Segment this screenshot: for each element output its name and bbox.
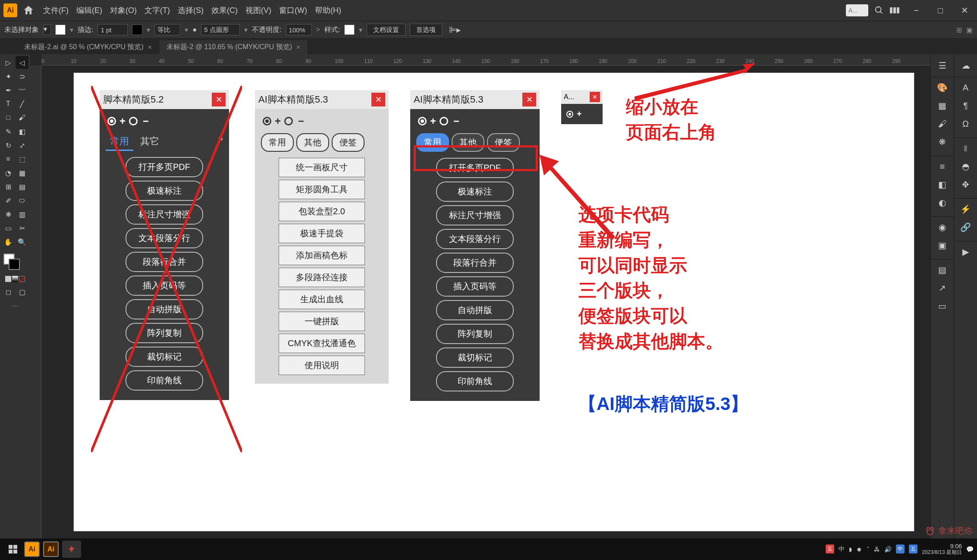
background-swatch[interactable] <box>9 259 20 270</box>
btn-text-split[interactable]: 文本段落分行 <box>436 229 514 249</box>
libraries-icon[interactable]: ☁ <box>958 58 974 73</box>
btn-page-number[interactable]: 插入页码等 <box>436 276 514 297</box>
menu-window[interactable]: 窗口(W) <box>279 5 307 16</box>
menu-object[interactable]: 对象(O) <box>110 5 137 16</box>
artboards-icon[interactable]: ▭ <box>935 298 950 314</box>
btn-array-copy[interactable]: 阵列复制 <box>436 324 514 344</box>
pen-tool[interactable]: ✒ <box>2 84 15 97</box>
btn-dim-enhance[interactable]: 标注尺寸增强 <box>436 205 514 225</box>
btn-array-copy[interactable]: 阵列复制 <box>126 323 203 343</box>
align-icon[interactable]: ⫴ <box>958 141 974 156</box>
btn-page-number[interactable]: 插入页码等 <box>126 275 203 296</box>
radio-primary[interactable] <box>107 117 116 125</box>
style-swatch[interactable] <box>344 25 355 35</box>
btn-cmyk-pantone[interactable]: CMYK查找潘通色 <box>279 334 365 353</box>
tray-ime-icon[interactable]: 五 <box>909 544 917 554</box>
scale-tool[interactable]: ⤢ <box>16 139 28 152</box>
menu-type[interactable]: 文字(T) <box>145 5 170 16</box>
tab-notes[interactable]: 便签 <box>332 133 364 152</box>
tray-network-icon[interactable]: 🖧 <box>874 546 880 553</box>
notification-icon[interactable]: 💬 <box>966 546 974 553</box>
ime-indicator-2[interactable]: 中 <box>839 545 845 553</box>
rectangle-tool[interactable]: □ <box>2 111 15 124</box>
edit-toolbar-icon[interactable]: ⋯ <box>0 302 30 310</box>
btn-unify-artboard[interactable]: 统一画板尺寸 <box>279 158 365 177</box>
mesh-tool[interactable]: ⊞ <box>2 180 15 193</box>
maximize-button[interactable]: □ <box>931 4 949 16</box>
hand-tool[interactable]: ✋ <box>2 235 15 248</box>
appearance-icon[interactable]: ◉ <box>935 219 950 235</box>
rotate-tool[interactable]: ↻ <box>2 139 15 152</box>
btn-para-merge[interactable]: 段落行合并 <box>436 253 514 273</box>
menu-effect[interactable]: 效果(C) <box>211 5 238 16</box>
asset-export-icon[interactable]: ↗ <box>935 280 950 296</box>
tab-close-icon[interactable]: × <box>296 44 300 51</box>
artboard-tool[interactable]: ▭ <box>2 222 15 235</box>
ime-indicator-1[interactable]: 五 <box>826 544 834 554</box>
btn-bag[interactable]: 极速手提袋 <box>279 224 365 243</box>
transform-icon[interactable]: ✥ <box>958 177 974 192</box>
btn-crop-marks[interactable]: 裁切标记 <box>436 347 514 368</box>
arrange-icon[interactable] <box>890 6 901 15</box>
taskbar-ai-1[interactable]: Ai <box>24 541 40 557</box>
btn-fast-label[interactable]: 极速标注 <box>126 181 203 201</box>
panel-53l-close[interactable]: ✕ <box>371 93 385 106</box>
color-mode-solid[interactable] <box>5 276 11 282</box>
tab-common[interactable]: 常用 <box>261 133 294 152</box>
start-button[interactable] <box>3 541 22 558</box>
screen-mode-normal[interactable]: ◻ <box>2 285 15 298</box>
home-icon[interactable] <box>22 4 35 16</box>
width-tool[interactable]: ≡ <box>2 153 15 166</box>
minimize-button[interactable]: − <box>907 4 925 16</box>
menu-help[interactable]: 帮助(H) <box>315 5 341 16</box>
pathfinder-icon[interactable]: ◓ <box>958 159 974 174</box>
blend-tool[interactable]: ⬭ <box>16 194 28 207</box>
menu-edit[interactable]: 编辑(E) <box>76 5 102 16</box>
doc-setup-button[interactable]: 文档设置 <box>367 24 405 36</box>
actions-icon[interactable]: ⚡ <box>958 201 974 217</box>
play-icon[interactable]: ▶ <box>958 244 974 260</box>
document-tab-2[interactable]: 未标题-2 @ 110.65 % (CMYK/CPU 预览) × <box>160 40 307 54</box>
radio-primary[interactable] <box>418 117 427 125</box>
gradient-tool[interactable]: ▤ <box>16 180 28 193</box>
menu-select[interactable]: 选择(S) <box>178 5 204 16</box>
slice-tool[interactable]: ✂ <box>16 222 28 235</box>
color-icon[interactable]: 🎨 <box>935 80 950 95</box>
selection-tool[interactable]: ▷ <box>2 56 15 69</box>
color-mode-gradient[interactable] <box>12 276 18 282</box>
align-icon[interactable]: ⊫▸ <box>449 25 461 35</box>
btn-corner-lines[interactable]: 印前角线 <box>436 371 514 391</box>
tab-common[interactable]: 常用 <box>106 133 133 151</box>
brush-tool[interactable]: 🖌 <box>16 111 28 124</box>
tray-ime-lang[interactable]: 中 <box>896 544 905 554</box>
graph-tool[interactable]: ▥ <box>16 208 28 221</box>
taskbar-app-3[interactable] <box>62 541 81 558</box>
shaper-tool[interactable]: ✎ <box>2 125 15 138</box>
eraser-tool[interactable]: ◧ <box>16 125 28 138</box>
object-type-dropdown[interactable]: ▾ <box>43 25 51 35</box>
graphic-styles-icon[interactable]: ▣ <box>935 238 950 253</box>
color-picker[interactable] <box>2 253 28 271</box>
panel-toggle-icon[interactable]: ⊞ <box>956 26 962 34</box>
scale-mode-input[interactable] <box>154 24 180 35</box>
btn-bleed[interactable]: 生成出血线 <box>279 290 365 309</box>
btn-manual[interactable]: 使用说明 <box>279 356 365 375</box>
opacity-input[interactable] <box>286 24 312 35</box>
properties-icon[interactable]: ☰ <box>935 58 950 73</box>
para-icon[interactable]: ¶ <box>958 98 974 113</box>
tray-volume-icon[interactable]: 🔊 <box>884 546 892 553</box>
shape-builder-tool[interactable]: ◔ <box>2 166 15 179</box>
magic-wand-tool[interactable]: ✦ <box>2 70 15 83</box>
btn-crop-marks[interactable]: 裁切标记 <box>126 347 203 367</box>
btn-rect-corner[interactable]: 矩形圆角工具 <box>279 180 365 199</box>
gradient-icon[interactable]: ◧ <box>935 177 950 192</box>
btn-fast-label[interactable]: 极速标注 <box>436 181 514 202</box>
ime-punct[interactable]: ◗ <box>849 546 852 553</box>
btn-path-connect[interactable]: 多段路径连接 <box>279 268 365 287</box>
stroke-swatch[interactable] <box>132 25 142 35</box>
btn-open-pdf[interactable]: 打开多页PDF <box>126 157 203 177</box>
expand-icon[interactable]: » <box>218 133 223 151</box>
char-icon[interactable]: A <box>958 80 974 95</box>
panel-52-close[interactable]: ✕ <box>212 93 226 106</box>
menu-file[interactable]: 文件(F) <box>43 5 69 16</box>
